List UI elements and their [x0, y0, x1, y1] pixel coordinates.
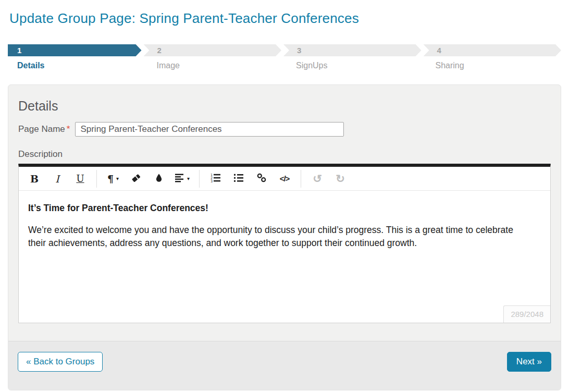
editor-content-heading: It’s Time for Parent-Teacher Conferences…	[28, 202, 541, 215]
eraser-icon	[131, 173, 141, 185]
step-label-sharing: Sharing	[422, 61, 562, 70]
details-panel-body: Details Page Name * Description B I U ¶ …	[8, 85, 561, 341]
ordered-list-icon: 123	[211, 173, 221, 184]
underline-button[interactable]: U	[72, 169, 88, 188]
step-label-signups: SignUps	[282, 61, 422, 70]
editor-toolbar: B I U ¶ ▾	[19, 167, 550, 191]
italic-icon: I	[55, 173, 59, 185]
unordered-list-icon	[233, 173, 244, 184]
page-name-row: Page Name *	[18, 122, 551, 137]
droplet-icon	[155, 173, 163, 185]
panel-footer: « Back to Groups Next »	[8, 341, 561, 390]
paragraph-format-button[interactable]: ¶ ▾	[105, 169, 121, 188]
code-view-button[interactable]: </>	[277, 169, 292, 188]
step-labels: Details Image SignUps Sharing	[8, 61, 561, 70]
page-title: Update Group Page: Spring Parent-Teacher…	[9, 10, 560, 27]
bold-button[interactable]: B	[27, 169, 42, 188]
toolbar-separator	[199, 170, 200, 188]
step-segment-sharing[interactable]: 4	[424, 44, 562, 56]
link-icon	[256, 173, 267, 185]
italic-button[interactable]: I	[50, 169, 65, 188]
insert-link-button[interactable]	[254, 169, 269, 188]
step-label-details: Details	[8, 61, 143, 70]
next-button[interactable]: Next »	[507, 352, 551, 372]
unordered-list-button[interactable]	[231, 169, 246, 188]
step-segment-details[interactable]: 1	[8, 44, 142, 56]
step-wizard: 1 2 3 4	[8, 44, 561, 56]
align-left-icon	[175, 174, 184, 184]
back-to-groups-button[interactable]: « Back to Groups	[18, 352, 103, 372]
character-count: 289/2048	[503, 305, 550, 323]
step-segment-signups[interactable]: 3	[283, 44, 422, 56]
editor-content-paragraph: We’re excited to welcome you and have th…	[28, 224, 528, 250]
align-button[interactable]: ▾	[174, 169, 191, 188]
ordered-list-button[interactable]: 123	[208, 169, 224, 188]
page-name-input[interactable]	[75, 122, 344, 137]
undo-button[interactable]: ↺	[310, 169, 325, 188]
redo-icon: ↻	[336, 173, 345, 185]
update-group-page: Update Group Page: Spring Parent-Teacher…	[0, 0, 569, 390]
toolbar-separator	[96, 170, 97, 188]
chevron-down-icon: ▾	[187, 176, 190, 181]
underline-icon: U	[76, 173, 84, 184]
undo-icon: ↺	[313, 173, 322, 185]
description-label: Description	[18, 149, 551, 160]
redo-button[interactable]: ↻	[332, 169, 348, 188]
step-segment-image[interactable]: 2	[144, 44, 282, 56]
description-editor: B I U ¶ ▾	[18, 164, 551, 323]
description-textarea[interactable]: It’s Time for Parent-Teacher Conferences…	[19, 191, 550, 323]
page-name-label: Page Name	[18, 124, 65, 134]
toolbar-separator	[301, 170, 301, 188]
details-panel: Details Page Name * Description B I U ¶ …	[8, 84, 561, 390]
required-asterisk: *	[67, 124, 70, 134]
code-icon: </>	[280, 174, 290, 183]
bold-icon: B	[30, 173, 39, 185]
panel-heading: Details	[18, 99, 551, 114]
paragraph-icon: ¶	[107, 173, 114, 185]
chevron-down-icon: ▾	[116, 176, 119, 181]
clear-formatting-button[interactable]	[128, 169, 144, 188]
step-label-image: Image	[143, 61, 283, 70]
text-color-button[interactable]	[151, 169, 167, 188]
svg-text:3: 3	[211, 179, 213, 182]
